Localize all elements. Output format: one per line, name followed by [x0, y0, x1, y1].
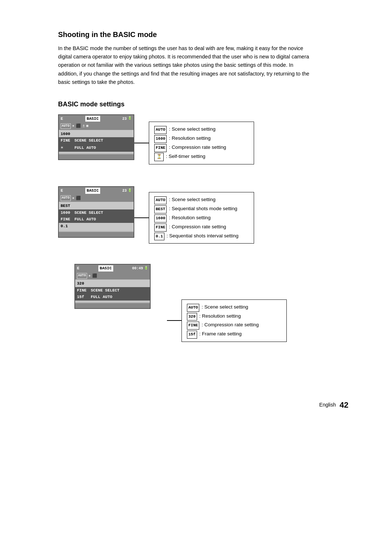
setting-text: : Resolution setting — [169, 134, 211, 143]
setting-item: 1600 : Resolution setting — [154, 213, 249, 223]
cam-bottom — [59, 154, 134, 159]
e-label: E — [61, 188, 63, 194]
section-title: Shooting in the BASIC mode — [58, 29, 348, 40]
setting-badge: FINE — [154, 224, 167, 232]
setting-item: BEST : Sequential shots mode setting — [154, 204, 249, 213]
cam-icons-row: AUTO ✶ ⬛ — [59, 195, 134, 202]
setting-text: : Sequential shots interval setting — [167, 232, 238, 240]
camera-screen: E BASIC 23 🔋 AUTO ✶ ⬛ ±▦ — [58, 114, 134, 160]
setting-item: 320 : Resolution setting — [187, 312, 281, 321]
setting-item: FINE : Compression rate setting — [187, 321, 281, 330]
page-number: 42 — [340, 399, 348, 411]
cam-row-highlighted: FINE SCENE SELECT — [75, 287, 150, 294]
row-value: SCENE SELECT — [74, 210, 103, 216]
settings-box: AUTO : Scene select setting 1600 : Resol… — [149, 122, 254, 164]
setting-badge: 1600 — [154, 215, 167, 223]
setting-text: : Compression rate setting — [169, 223, 226, 231]
cam-body: BEST 1600 SCENE SELECT FINE FULL AUTO 0.… — [59, 202, 134, 231]
setting-item: AUTO : Scene select setting — [187, 303, 281, 312]
page-footer: English 42 — [58, 399, 348, 411]
row-label: FINE — [61, 216, 74, 223]
counter-display: 23 — [122, 188, 127, 193]
cam-bottom — [59, 232, 134, 237]
cam-top-bar: E BASIC 23 🔋 — [59, 187, 134, 195]
cam-body: 1600 FINE SCENE SELECT ☀ FULL AUTO — [59, 130, 134, 154]
setting-text: : Sequential shots mode setting — [169, 204, 237, 213]
auto-badge: AUTO — [77, 273, 87, 279]
setting-text: : Self-timer setting — [166, 152, 205, 161]
connector — [167, 320, 181, 321]
cam-body: 320 FINE SCENE SELECT 15f FULL AUTO — [75, 279, 150, 302]
auto-badge: AUTO — [61, 195, 71, 201]
settings-box: AUTO : Scene select setting BEST : Seque… — [149, 192, 254, 244]
row-label: 1600 — [61, 210, 74, 216]
setting-item: FINE : Compression rate setting — [154, 223, 249, 232]
right-info: 23 🔋 — [122, 116, 132, 122]
cam-row-highlighted: ☀ FULL AUTO — [59, 144, 134, 152]
setting-text: : Scene select setting — [169, 195, 215, 204]
camera-screen: E BASIC 00:49 🔋 AUTO ✶ ⬛ — [74, 264, 151, 309]
mode-label: BASIC — [85, 116, 100, 122]
cam-row: 320 — [75, 280, 150, 287]
footer-language: English — [319, 401, 336, 409]
right-info: 23 🔋 — [122, 188, 132, 193]
icon-flash: ✶ — [89, 273, 91, 279]
e-label: E — [61, 116, 63, 122]
setting-badge: FINE — [187, 322, 199, 330]
row-value: FULL AUTO — [74, 216, 96, 223]
mode-block-sequential: E BASIC 23 🔋 AUTO ✶ ⬛ — [58, 186, 348, 249]
row-value: FULL AUTO — [74, 145, 96, 151]
row-label: BEST — [61, 203, 74, 209]
mode-caption — [58, 311, 167, 368]
connector — [134, 143, 149, 143]
cam-row-highlighted: 15f FULL AUTO — [75, 294, 150, 301]
row-label: FINE — [77, 287, 91, 294]
battery-icon: 🔋 — [128, 188, 132, 193]
cam-row: 0.1 — [59, 223, 134, 230]
setting-badge: AUTO — [187, 304, 199, 312]
row-value: SCENE SELECT — [91, 287, 119, 294]
setting-item: 0.1 : Sequential shots interval setting — [154, 232, 249, 241]
icon-flash: ✶ — [72, 195, 75, 201]
mode-row-wrapper: E BASIC 23 🔋 AUTO ✶ ⬛ ±▦ — [58, 114, 348, 172]
setting-item: ⏳ : Self-timer setting — [154, 152, 249, 162]
setting-item: AUTO : Scene select setting — [154, 125, 249, 134]
screen-col: E BASIC 00:49 🔋 AUTO ✶ ⬛ — [58, 264, 167, 377]
cam-row-highlighted: 1600 SCENE SELECT — [59, 209, 134, 216]
subsection-title: BASIC mode settings — [58, 99, 348, 109]
screen-col: E BASIC 23 🔋 AUTO ✶ ⬛ — [58, 186, 134, 249]
icon-flash: ✶ — [72, 123, 75, 129]
setting-item: FINE : Compression rate setting — [154, 143, 249, 152]
setting-item: 1600 : Resolution setting — [154, 134, 249, 143]
setting-text: : Scene select setting — [169, 125, 215, 134]
icon-plus: ± — [82, 123, 85, 129]
setting-badge: 1600 — [154, 135, 167, 143]
setting-text: : Resolution setting — [169, 213, 211, 222]
setting-badge: AUTO — [154, 126, 167, 134]
battery-icon: 🔋 — [144, 266, 148, 271]
cam-row-highlighted: FINE FULL AUTO — [59, 216, 134, 223]
setting-text: : Compression rate setting — [169, 143, 226, 152]
h-line — [134, 217, 149, 218]
icon-grid: ▦ — [86, 124, 88, 129]
row-label: 320 — [77, 281, 91, 287]
modes-container: E BASIC 23 🔋 AUTO ✶ ⬛ ±▦ — [58, 114, 348, 377]
cam-top-bar: E BASIC 00:49 🔋 — [75, 265, 150, 272]
setting-badge: 15f — [187, 331, 197, 339]
setting-text: : Resolution setting — [199, 312, 241, 321]
icon-camera: ⬛ — [76, 123, 81, 129]
setting-item: AUTO : Scene select setting — [154, 195, 249, 204]
cam-row: BEST — [59, 203, 134, 209]
intro-paragraph: In the BASIC mode the number of settings… — [58, 44, 312, 86]
row-label: 1600 — [61, 131, 74, 137]
mode-label: BASIC — [85, 188, 100, 194]
cam-icons-row: AUTO ✶ ⬛ ±▦ — [59, 122, 134, 130]
row-value: SCENE SELECT — [74, 138, 103, 144]
setting-badge: 320 — [187, 313, 197, 321]
h-line — [134, 143, 149, 143]
setting-badge: 0.1 — [154, 233, 164, 241]
setting-text: : Frame rate setting — [199, 330, 242, 338]
battery-icon: 🔋 — [128, 116, 132, 121]
right-info: 00:49 🔋 — [132, 266, 148, 271]
mode-block-still: E BASIC 23 🔋 AUTO ✶ ⬛ ±▦ — [58, 114, 348, 172]
